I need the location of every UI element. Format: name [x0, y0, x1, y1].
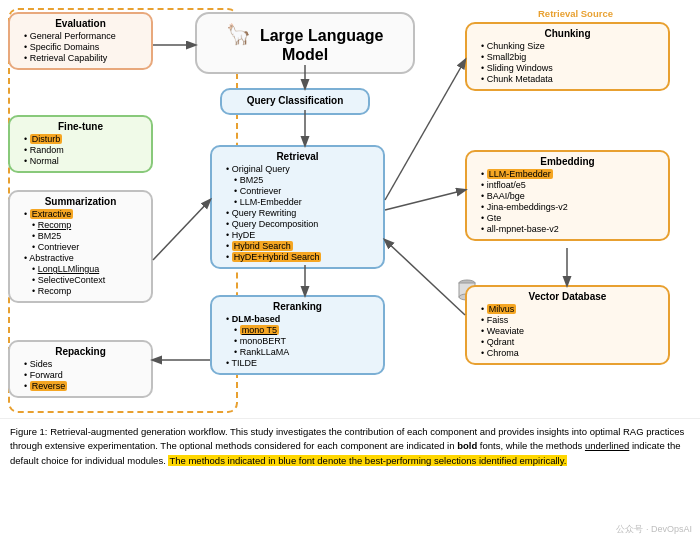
- rerank-dlm: DLM-based: [226, 314, 375, 324]
- summ-bm25: BM25: [24, 231, 143, 241]
- embedding-box: Embedding LLM-Embedder intfloat/e5 BAAI/…: [465, 150, 670, 241]
- ret-rewriting: Query Rewriting: [226, 208, 375, 218]
- llm-title: Large Language Model: [260, 27, 384, 63]
- watermark: 公众号 · DevOpsAI: [616, 523, 692, 536]
- summ-recomp2: Recomp: [24, 286, 143, 296]
- highlight-llmemb: LLM-Embedder: [487, 169, 553, 179]
- rerank-title: Reranking: [220, 301, 375, 312]
- bold-dlm: DLM-based: [232, 314, 281, 324]
- eval-item-1: General Performance: [24, 31, 143, 41]
- finetune-item-normal: Normal: [24, 156, 143, 166]
- ret-llmemb: LLM-Embedder: [226, 197, 375, 207]
- underline-longllm: LongLLMlingua: [38, 264, 100, 274]
- repack-list: Sides Forward Reverse: [18, 359, 143, 391]
- underline-recomp1: Recomp: [38, 220, 72, 230]
- evaluation-box: Evaluation General Performance Specific …: [8, 12, 153, 70]
- retrieval-title: Retrieval: [220, 151, 375, 162]
- finetune-list: Disturb Random Normal: [18, 134, 143, 166]
- summ-selective: SelectiveContext: [24, 275, 143, 285]
- retrieval-box: Retrieval Original Query BM25 Contriever…: [210, 145, 385, 269]
- finetune-item-disturb: Disturb: [24, 134, 143, 144]
- repacking-box: Repacking Sides Forward Reverse: [8, 340, 153, 398]
- emb-baai: BAAI/bge: [481, 191, 660, 201]
- repack-title: Repacking: [18, 346, 143, 357]
- chunk-metadata: Chunk Metadata: [481, 74, 660, 84]
- reranking-box: Reranking DLM-based mono T5 monoBERT Ran…: [210, 295, 385, 375]
- caption-area: Figure 1: Retrieval-augmented generation…: [0, 418, 700, 472]
- emb-mpnet: all-mpnet-base-v2: [481, 224, 660, 234]
- highlight-disturb: Disturb: [30, 134, 63, 144]
- caption-text2: fonts, while the methods: [477, 440, 585, 451]
- caption-bold1: bold: [457, 440, 477, 451]
- svg-line-7: [385, 60, 465, 200]
- vdb-milvus: Milvus: [481, 304, 660, 314]
- eval-item-2: Specific Domains: [24, 42, 143, 52]
- finetune-item-random: Random: [24, 145, 143, 155]
- svg-line-10: [385, 240, 465, 315]
- chunking-list: Chunking Size Small2big Sliding Windows …: [475, 41, 660, 84]
- rerank-monobert: monoBERT: [226, 336, 375, 346]
- caption-underlined: underlined: [585, 440, 629, 451]
- emb-llmemb: LLM-Embedder: [481, 169, 660, 179]
- summ-contriever: Contriever: [24, 242, 143, 252]
- highlight-hyde-hybrid: HyDE+Hybrid Search: [232, 252, 322, 262]
- eval-title: Evaluation: [18, 18, 143, 29]
- retrieval-source-label: Retrieval Source: [535, 8, 616, 19]
- figure-label: Figure 1:: [10, 426, 48, 437]
- rerank-list: DLM-based mono T5 monoBERT RankLLaMA TIL…: [220, 314, 375, 368]
- eval-list: General Performance Specific Domains Ret…: [18, 31, 143, 63]
- finetune-title: Fine-tune: [18, 121, 143, 132]
- rerank-monot5: mono T5: [226, 325, 375, 335]
- vdb-weaviate: Weaviate: [481, 326, 660, 336]
- finetune-box: Fine-tune Disturb Random Normal: [8, 115, 153, 173]
- ret-bm25: BM25: [226, 175, 375, 185]
- query-title: Query Classification: [230, 95, 360, 106]
- query-classification-box: Query Classification: [220, 88, 370, 115]
- highlight-monot5: mono T5: [240, 325, 279, 335]
- ret-decomp: Query Decomposition: [226, 219, 375, 229]
- ret-hybrid: Hybrid Search: [226, 241, 375, 251]
- emb-intfloat: intfloat/e5: [481, 180, 660, 190]
- summ-extractive: Extractive: [24, 209, 143, 219]
- caption-highlighted: The methods indicated in blue font denot…: [168, 455, 567, 466]
- rerank-tilde: TILDE: [226, 358, 375, 368]
- embedding-title: Embedding: [475, 156, 660, 167]
- highlight-reverse: Reverse: [30, 381, 68, 391]
- highlight-extractive: Extractive: [30, 209, 74, 219]
- chunking-title: Chunking: [475, 28, 660, 39]
- summ-title: Summarization: [18, 196, 143, 207]
- vdb-faiss: Faiss: [481, 315, 660, 325]
- ret-hyde: HyDE: [226, 230, 375, 240]
- repack-reverse: Reverse: [24, 381, 143, 391]
- highlight-hybrid: Hybrid Search: [232, 241, 293, 251]
- ret-hyde-hybrid: HyDE+Hybrid Search: [226, 252, 375, 262]
- ret-original: Original Query: [226, 164, 375, 174]
- llm-box: 🦙 Large Language Model: [195, 12, 415, 74]
- vdb-chroma: Chroma: [481, 348, 660, 358]
- vectordb-box: Vector Database Milvus Faiss Weaviate Qd…: [465, 285, 670, 365]
- svg-line-8: [385, 190, 465, 210]
- chunk-small2big: Small2big: [481, 52, 660, 62]
- highlight-milvus: Milvus: [487, 304, 517, 314]
- vdb-qdrant: Qdrant: [481, 337, 660, 347]
- summ-abstractive: Abstractive: [24, 253, 143, 263]
- llama-icon: 🦙: [226, 22, 251, 46]
- ret-contriever: Contriever: [226, 186, 375, 196]
- vectordb-title: Vector Database: [475, 291, 660, 302]
- emb-gte: Gte: [481, 213, 660, 223]
- repack-sides: Sides: [24, 359, 143, 369]
- eval-item-3: Retrieval Capability: [24, 53, 143, 63]
- rerank-rankllama: RankLLaMA: [226, 347, 375, 357]
- emb-jina: Jina-embeddings-v2: [481, 202, 660, 212]
- summarization-box: Summarization Extractive Recomp BM25 Con…: [8, 190, 153, 303]
- vectordb-list: Milvus Faiss Weaviate Qdrant Chroma: [475, 304, 660, 358]
- diagram-area: Evaluation General Performance Specific …: [0, 0, 700, 420]
- summ-longllm: LongLLMlingua: [24, 264, 143, 274]
- repack-forward: Forward: [24, 370, 143, 380]
- summ-list: Extractive Recomp BM25 Contriever Abstra…: [18, 209, 143, 296]
- chunk-sliding: Sliding Windows: [481, 63, 660, 73]
- retrieval-list: Original Query BM25 Contriever LLM-Embed…: [220, 164, 375, 262]
- embedding-list: LLM-Embedder intfloat/e5 BAAI/bge Jina-e…: [475, 169, 660, 234]
- chunk-size: Chunking Size: [481, 41, 660, 51]
- chunking-box: Chunking Chunking Size Small2big Sliding…: [465, 22, 670, 91]
